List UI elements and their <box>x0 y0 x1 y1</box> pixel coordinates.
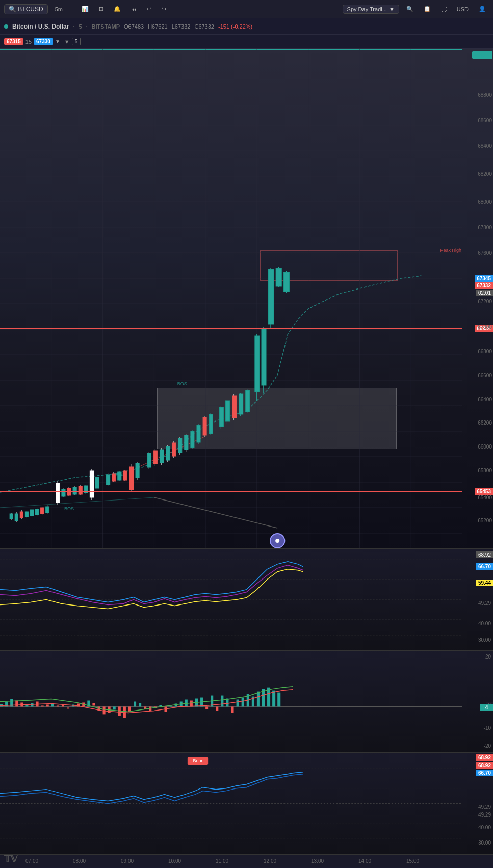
main-chart-area: BOS BOS BOS <box>0 49 493 548</box>
svg-rect-101 <box>225 401 229 421</box>
svg-rect-171 <box>231 706 234 713</box>
time-1000: 10:00 <box>168 858 181 864</box>
price-68800: 68800 <box>478 92 492 98</box>
svg-line-28 <box>154 497 277 528</box>
resistance-line <box>0 328 462 329</box>
ind2-badge: 4 <box>480 704 493 711</box>
symbol-info-bar: Bitcoin / U.S. Dollar · 5 · BITSTAMP O67… <box>0 18 493 35</box>
svg-rect-169 <box>221 696 223 707</box>
price-67600: 67600 <box>478 250 492 256</box>
search-icon: 🔍 <box>9 6 16 13</box>
svg-rect-81 <box>160 450 163 463</box>
chart-type-btn[interactable]: 📊 <box>79 5 92 13</box>
svg-rect-144 <box>92 703 95 705</box>
price-66000: 66000 <box>478 444 492 450</box>
current-price-badge: 69032 <box>472 51 492 59</box>
time-1200: 12:00 <box>264 858 276 864</box>
price-badge-65453: 65453 <box>475 488 493 495</box>
svg-text:Bear: Bear <box>193 758 202 764</box>
alert-btn[interactable]: 🔔 <box>111 5 124 13</box>
price-68400: 68400 <box>478 143 492 149</box>
fullscreen-btn[interactable]: ⛶ <box>438 5 450 13</box>
svg-rect-65 <box>107 475 110 485</box>
peak-high-label: Peak High <box>440 248 461 253</box>
separator1 <box>72 4 72 14</box>
time-1300: 13:00 <box>311 858 324 864</box>
account-selector[interactable]: Spy Day Tradi... ▼ <box>343 5 399 14</box>
price-68600: 68600 <box>478 118 492 123</box>
exchange-name: BITSTAMP <box>92 23 120 30</box>
svg-rect-49 <box>56 483 60 503</box>
time-1500: 15:00 <box>406 858 419 864</box>
svg-text:BOS: BOS <box>177 381 187 386</box>
profile-btn[interactable]: 👤 <box>476 5 489 13</box>
svg-rect-117 <box>283 272 289 292</box>
ind1-val-30: 30.00 <box>476 637 493 643</box>
svg-rect-129 <box>15 701 18 707</box>
svg-rect-139 <box>67 707 69 708</box>
timeframe-selector[interactable]: 5m <box>52 5 66 13</box>
svg-rect-83 <box>166 446 170 460</box>
price-67800: 67800 <box>478 225 492 230</box>
svg-rect-61 <box>90 471 94 497</box>
ind3-val3: 66.70 <box>476 770 493 776</box>
replay-btn[interactable]: ⏮ <box>128 5 140 13</box>
svg-rect-63 <box>95 477 99 488</box>
ohlc-open: O67483 <box>124 23 144 30</box>
price-label-3[interactable]: 67330 <box>34 38 53 45</box>
ind2-val-neg10: -10 <box>482 725 493 731</box>
ind3-val7: 30.00 <box>476 839 493 846</box>
time-axis: 07:00 08:00 09:00 10:00 11:00 12:00 13:0… <box>0 854 493 867</box>
svg-rect-69 <box>118 472 121 480</box>
svg-rect-93 <box>197 425 200 442</box>
redo-btn[interactable]: ↪ <box>159 5 169 13</box>
time-0700: 07:00 <box>25 858 38 864</box>
svg-rect-85 <box>172 443 176 456</box>
svg-rect-99 <box>219 407 223 427</box>
svg-rect-103 <box>232 396 237 418</box>
ind3-val2: 68.92 <box>476 762 493 769</box>
watchlist-btn[interactable]: 📋 <box>421 5 434 13</box>
svg-rect-43 <box>36 509 39 515</box>
ohlc-low: L67332 <box>172 23 191 30</box>
svg-rect-77 <box>147 453 151 467</box>
price-66600: 66600 <box>478 373 492 378</box>
indicators-btn[interactable]: ⊞ <box>96 5 107 13</box>
price-68200: 68200 <box>478 171 492 177</box>
svg-rect-53 <box>67 488 71 495</box>
ohlc-high: H67621 <box>148 23 168 30</box>
price-change: -151 (-0.22%) <box>218 23 252 30</box>
svg-rect-35 <box>15 514 18 521</box>
tradingview-logo: 𝕋𝕍 <box>4 854 17 865</box>
price-badge-67345: 67345 <box>475 275 493 282</box>
ind3-val5: 49.29 <box>476 811 493 818</box>
svg-rect-107 <box>246 390 250 412</box>
val5-label[interactable]: 5 <box>72 38 81 45</box>
price-67000: 67000 <box>478 324 492 330</box>
search-icon-btn[interactable]: 🔍 <box>403 5 417 13</box>
svg-rect-179 <box>272 691 275 707</box>
ind3-val6: 40.00 <box>476 824 493 831</box>
symbol-status-dot <box>4 24 8 29</box>
undo-btn[interactable]: ↩ <box>144 5 154 13</box>
price-badge-67332: 67332 <box>475 282 493 289</box>
svg-rect-127 <box>5 702 8 707</box>
svg-rect-153 <box>139 703 141 706</box>
price-67200: 67200 <box>478 299 492 304</box>
symbol-selector[interactable]: 🔍 BTCUSD <box>4 4 48 14</box>
chevron-down-icon: ▼ <box>55 39 60 44</box>
ind3-val1: 68.92 <box>476 754 493 761</box>
svg-rect-163 <box>190 701 193 707</box>
timeframe-label: · <box>73 23 74 30</box>
price-66400: 66400 <box>478 397 492 402</box>
exchange-label: · <box>86 23 88 30</box>
svg-rect-89 <box>185 435 188 450</box>
svg-rect-180 <box>277 693 280 707</box>
currency-btn[interactable]: USD <box>454 5 472 13</box>
svg-rect-97 <box>209 414 213 434</box>
price-label-1[interactable]: 67315 <box>4 38 23 45</box>
time-1100: 11:00 <box>216 858 228 864</box>
svg-rect-79 <box>153 451 157 464</box>
svg-rect-67 <box>112 474 116 481</box>
svg-text:BOS: BOS <box>64 506 74 511</box>
